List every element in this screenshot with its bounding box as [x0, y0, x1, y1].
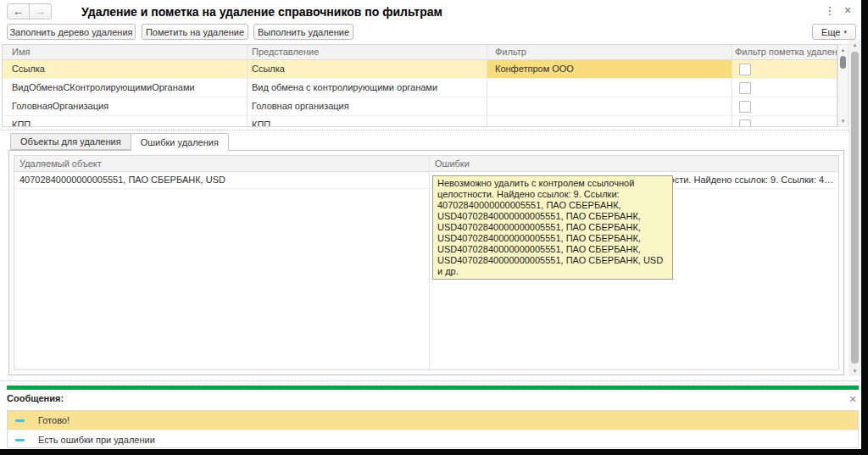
more-button[interactable]: Еще ▾	[812, 24, 856, 40]
forward-arrow-icon: →	[35, 5, 46, 18]
message-text: Есть ошибки при удалении	[38, 435, 155, 445]
scroll-up-icon[interactable]: ▲	[838, 47, 848, 53]
scrollbar-thumb[interactable]	[851, 52, 859, 363]
tab-objects-for-deletion[interactable]: Объекты для удаления	[10, 133, 131, 150]
kebab-menu-icon: ⋮	[825, 4, 836, 17]
scroll-down-icon[interactable]: ▼	[838, 118, 848, 125]
fill-deletion-tree-button[interactable]: Заполнить дерево удаления	[7, 24, 136, 40]
more-button-label: Еще	[821, 27, 840, 37]
mark-for-deletion-button[interactable]: Пометить на удаление	[142, 24, 248, 40]
tab-deletion-errors[interactable]: Ошибки удаления	[131, 133, 229, 151]
scrollbar-thumb[interactable]	[840, 56, 846, 69]
cell-presentation: Головная организация	[252, 101, 349, 111]
filter-deletion-mark-checkbox[interactable]	[739, 101, 751, 113]
errors-table-header: Удаляемый объект Ошибки	[14, 156, 838, 172]
cell-name: Ссылка	[12, 64, 45, 74]
column-header-filter: Фильтр	[495, 47, 526, 57]
page-title: Удаление и пометка на удаление справочни…	[81, 5, 442, 19]
chevron-down-icon: ▾	[843, 29, 847, 35]
scroll-up-icon[interactable]: ▲	[849, 42, 861, 48]
message-text: Готово!	[38, 415, 70, 425]
filters-table-scrollbar[interactable]: ▲ ▼	[837, 44, 849, 127]
tab-bar: Объекты для удаления Ошибки удаления	[10, 133, 229, 151]
execute-deletion-button[interactable]: Выполнить удаление	[253, 24, 353, 40]
column-header-filter-deletion-mark: Фильтр пометка удаления	[735, 47, 837, 57]
cell-filter[interactable]: Конфетпром ООО	[495, 64, 574, 74]
messages-close-button[interactable]: ✕	[846, 392, 860, 406]
table-row[interactable]: ВидОбменаСКонтролирующимиОрганами Вид об…	[3, 79, 837, 97]
forward-button[interactable]: →	[29, 3, 52, 19]
messages-list: Готово! Есть ошибки при удалении	[7, 410, 859, 448]
table-row[interactable]: 40702840000000005551, ПАО СБЕРБАНК, USD …	[14, 172, 838, 189]
close-icon: ✕	[849, 394, 856, 405]
cell-presentation: Ссылка	[252, 64, 285, 74]
tab-label: Объекты для удаления	[20, 136, 121, 147]
filter-deletion-mark-checkbox[interactable]	[739, 119, 751, 127]
column-header-name: Имя	[12, 47, 30, 57]
table-row[interactable]: ГоловнаяОрганизация Головная организация	[3, 97, 837, 116]
message-row[interactable]: Готово!	[8, 411, 858, 430]
error-tooltip: Невозможно удалить с контролем ссылочной…	[432, 175, 673, 280]
horizontal-splitter[interactable]	[0, 130, 849, 130]
table-row[interactable]: КПП КПП	[3, 116, 837, 127]
tab-label: Ошибки удаления	[141, 137, 219, 147]
scroll-down-icon[interactable]: ▼	[849, 368, 861, 375]
message-dash-icon	[15, 419, 25, 422]
message-dash-icon	[15, 439, 25, 441]
window-menu-button[interactable]: ⋮	[824, 3, 836, 18]
message-row[interactable]: Есть ошибки при удалении	[8, 430, 858, 449]
errors-table: Удаляемый объект Ошибки 4070284000000000…	[14, 155, 839, 370]
cell-presentation: КПП	[252, 119, 270, 127]
horizontal-splitter[interactable]	[0, 380, 859, 381]
column-header-presentation: Представление	[252, 47, 319, 57]
green-separator-bar	[7, 386, 859, 390]
cell-name: ВидОбменаСКонтролирующимиОрганами	[12, 82, 195, 92]
column-header-errors: Ошибки	[435, 158, 470, 169]
application: ← → Удаление и пометка на удаление справ…	[0, 0, 868, 455]
main-window: ← → Удаление и пометка на удаление справ…	[0, 0, 861, 449]
cell-presentation: Вид обмена с контролирующими органами	[252, 82, 437, 92]
close-icon: ✕	[843, 5, 851, 16]
messages-section-title: Сообщения:	[7, 393, 64, 403]
cell-deleted-object: 40702840000000005551, ПАО СБЕРБАНК, USD	[19, 175, 225, 185]
filters-table: Имя Представление Фильтр Фильтр пометка …	[2, 44, 837, 127]
column-header-deleted-object: Удаляемый объект	[19, 158, 102, 169]
navigation-buttons: ← →	[7, 3, 52, 19]
window-close-button[interactable]: ✕	[841, 3, 854, 18]
cell-name: КПП	[12, 119, 31, 127]
form-vertical-scrollbar[interactable]: ▲ ▼	[849, 40, 861, 376]
table-row[interactable]: Ссылка Ссылка Конфетпром ООО	[3, 60, 837, 79]
cell-name: ГоловнаяОрганизация	[12, 101, 108, 111]
filter-deletion-mark-checkbox[interactable]	[739, 64, 751, 75]
filter-deletion-mark-checkbox[interactable]	[739, 82, 751, 94]
back-button[interactable]: ←	[7, 3, 30, 19]
filters-table-header: Имя Представление Фильтр Фильтр пометка …	[3, 45, 837, 60]
back-arrow-icon: ←	[13, 5, 24, 18]
